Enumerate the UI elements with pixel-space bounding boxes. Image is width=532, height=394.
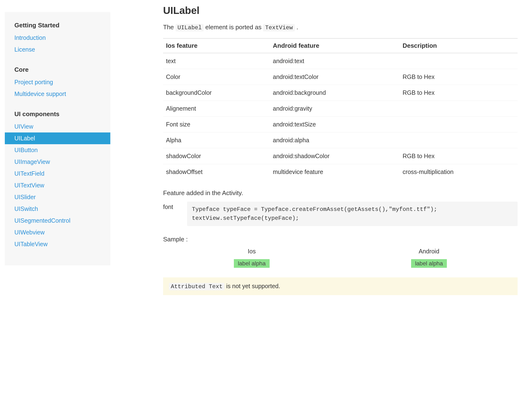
code-example-row: font Typeface typeFace = Typeface.create… — [163, 202, 518, 226]
sample-label: Sample : — [163, 236, 518, 243]
table-cell: cross-multiplication — [400, 164, 518, 180]
sidebar-item-license[interactable]: License — [5, 44, 110, 55]
sidebar-item-uilabel[interactable]: UILabel — [5, 132, 110, 144]
intro-text-prefix: The — [163, 24, 176, 31]
sidebar-item-uiimageview[interactable]: UIImageView — [5, 156, 110, 168]
intro-code-uilabel: UILabel — [176, 24, 204, 31]
table-cell — [400, 53, 518, 69]
table-cell — [400, 117, 518, 132]
sample-column: Ioslabel alpha — [163, 248, 340, 268]
sample-badge: label alpha — [234, 259, 269, 268]
sidebar-item-project-porting[interactable]: Project porting — [5, 76, 110, 88]
table-row: Colorandroid:textColorRGB to Hex — [163, 69, 518, 85]
sample-column: Androidlabel alpha — [340, 248, 518, 268]
table-cell: RGB to Hex — [400, 85, 518, 101]
sidebar-heading: Core — [5, 64, 110, 76]
table-row: Alphaandroid:alpha — [163, 132, 518, 148]
page-title: UILabel — [163, 5, 518, 16]
sidebar-heading: UI components — [5, 108, 110, 121]
table-cell: RGB to Hex — [400, 148, 518, 164]
table-row: shadowColorandroid:shadowColorRGB to Hex — [163, 148, 518, 164]
table-cell: backgroundColor — [163, 85, 270, 101]
intro-text-mid: element is ported as — [205, 24, 263, 31]
sidebar-item-uitextview[interactable]: UITextView — [5, 179, 110, 191]
main-content: UILabel The UILabel element is ported as… — [163, 5, 527, 295]
table-cell — [400, 132, 518, 148]
sample-badge: label alpha — [411, 259, 447, 268]
intro-code-textview: TextView — [263, 24, 295, 31]
table-cell: shadowColor — [163, 148, 270, 164]
table-cell: Alignement — [163, 101, 270, 117]
table-row: Font sizeandroid:textSize — [163, 117, 518, 132]
sample-title: Android — [340, 248, 518, 255]
sidebar-item-introduction[interactable]: Introduction — [5, 32, 110, 44]
sidebar-item-uislider[interactable]: UISlider — [5, 191, 110, 203]
table-row: backgroundColorandroid:backgroundRGB to … — [163, 85, 518, 101]
sample-title: Ios — [163, 248, 340, 255]
table-cell — [400, 101, 518, 117]
table-cell: android:shadowColor — [270, 148, 400, 164]
table-cell: Color — [163, 69, 270, 85]
note-text: is not yet supported. — [226, 283, 280, 289]
sidebar-heading: Getting Started — [5, 19, 110, 32]
sidebar-item-uibutton[interactable]: UIButton — [5, 144, 110, 156]
table-cell: android:text — [270, 53, 400, 69]
table-header: Android feature — [270, 38, 400, 53]
samples-row: Ioslabel alphaAndroidlabel alpha — [163, 248, 518, 268]
sidebar-item-uisegmentedcontrol[interactable]: UISegmentedControl — [5, 215, 110, 227]
activity-paragraph: Feature added in the Activity. — [163, 189, 518, 197]
table-cell: android:background — [270, 85, 400, 101]
code-block: Typeface typeFace = Typeface.createFromA… — [187, 202, 518, 226]
table-cell: Font size — [163, 117, 270, 132]
table-cell: android:textSize — [270, 117, 400, 132]
code-label: font — [163, 202, 187, 210]
table-cell: android:alpha — [270, 132, 400, 148]
table-cell: android:gravity — [270, 101, 400, 117]
table-cell: RGB to Hex — [400, 69, 518, 85]
note-code: Attributed Text — [169, 283, 225, 290]
table-cell: text — [163, 53, 270, 69]
table-row: textandroid:text — [163, 53, 518, 69]
table-header: Description — [400, 38, 518, 53]
feature-table: Ios featureAndroid featureDescription te… — [163, 38, 518, 180]
table-cell: Alpha — [163, 132, 270, 148]
sidebar-item-uiview[interactable]: UIView — [5, 121, 110, 132]
table-header: Ios feature — [163, 38, 270, 53]
note-box: Attributed Text is not yet supported. — [163, 277, 518, 295]
table-row: shadowOffsetmultidevice featurecross-mul… — [163, 164, 518, 180]
sidebar-item-multidevice-support[interactable]: Multidevice support — [5, 88, 110, 100]
table-cell: multidevice feature — [270, 164, 400, 180]
sidebar-nav: Getting StartedIntroductionLicenseCorePr… — [5, 12, 110, 265]
intro-text-suffix: . — [296, 24, 298, 31]
table-cell: shadowOffset — [163, 164, 270, 180]
sidebar-item-uitableview[interactable]: UITableView — [5, 238, 110, 250]
sidebar-item-uitextfield[interactable]: UITextField — [5, 168, 110, 179]
table-row: Alignementandroid:gravity — [163, 101, 518, 117]
sidebar-item-uiswitch[interactable]: UISwitch — [5, 203, 110, 215]
intro-paragraph: The UILabel element is ported as TextVie… — [163, 24, 518, 31]
table-cell: android:textColor — [270, 69, 400, 85]
sidebar-item-uiwebview[interactable]: UIWebview — [5, 227, 110, 238]
